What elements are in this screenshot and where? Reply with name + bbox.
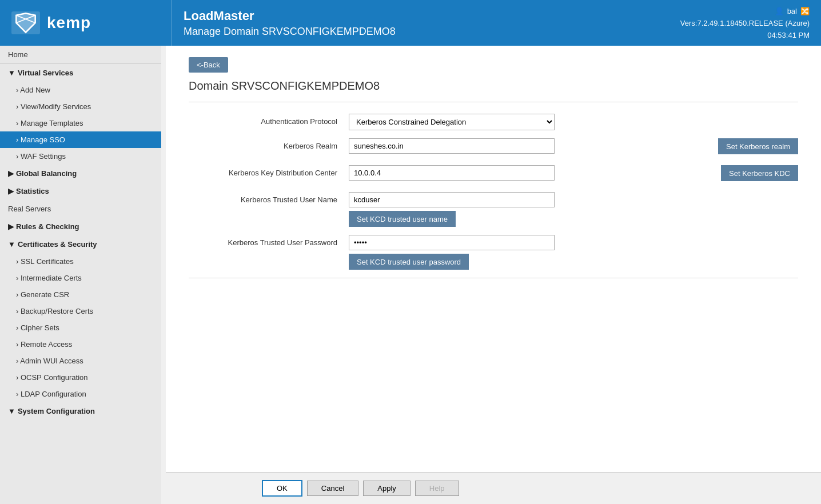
chevron-down-icon: ▼: [8, 240, 15, 249]
sidebar-item-intermediate-certs[interactable]: › Intermediate Certs: [0, 270, 161, 286]
domain-title: Domain SRVSCONFIGKEMPDEMO8: [189, 79, 798, 93]
logo-area: kemp: [0, 0, 172, 46]
header-right: 👤 bal 🔀 Vers:7.2.49.1.18450.RELEASE (Azu…: [669, 0, 821, 46]
chevron-down-icon: ▼: [8, 69, 15, 77]
sidebar-item-home[interactable]: Home: [0, 46, 161, 64]
username: bal: [787, 7, 797, 15]
sidebar-item-manage-templates[interactable]: › Manage Templates: [0, 115, 161, 131]
kerberos-pass-input[interactable]: [349, 235, 555, 250]
section-divider-top: [189, 102, 798, 102]
bottom-bar: OK Cancel Apply Help: [166, 472, 821, 504]
kerberos-realm-row: Kerberos Realm Set Kerberos realm: [189, 138, 798, 157]
sidebar-item-ssl-certs[interactable]: › SSL Certificates: [0, 253, 161, 270]
sidebar-item-backup-restore-certs[interactable]: › Backup/Restore Certs: [0, 303, 161, 319]
kerberos-pass-label: Kerberos Trusted User Password: [189, 235, 349, 247]
section-label: System Configuration: [18, 407, 95, 415]
page-subtitle: Manage Domain SRVSCONFIGKEMPDEMO8: [184, 26, 669, 38]
sidebar-item-generate-csr[interactable]: › Generate CSR: [0, 286, 161, 303]
sidebar-section-system-config[interactable]: ▼ System Configuration: [0, 402, 161, 420]
chevron-right-icon: ▶: [8, 187, 14, 195]
chevron-right-icon: ▶: [8, 222, 14, 231]
user-icon: 👤: [775, 7, 784, 15]
sidebar-item-manage-sso[interactable]: › Manage SSO: [0, 131, 161, 148]
kerberos-realm-label: Kerberos Realm: [189, 138, 349, 150]
header-main: LoadMaster Manage Domain SRVSCONFIGKEMPD…: [172, 0, 669, 46]
section-label: Rules & Checking: [16, 222, 79, 231]
kerberos-pass-row: Kerberos Trusted User Password Set KCD t…: [189, 235, 798, 270]
kerberos-user-control: Set KCD trusted user name: [349, 192, 798, 227]
header: kemp LoadMaster Manage Domain SRVSCONFIG…: [0, 0, 821, 46]
auth-protocol-control: Kerberos Constrained Delegation SAML NTL…: [349, 114, 798, 130]
sidebar-section-global-balancing[interactable]: ▶ Global Balancing: [0, 165, 161, 182]
kerberos-user-label: Kerberos Trusted User Name: [189, 192, 349, 204]
apply-button[interactable]: Apply: [363, 481, 410, 496]
sidebar-section-rules-checking[interactable]: ▶ Rules & Checking: [0, 218, 161, 235]
kerberos-kdc-input[interactable]: [349, 165, 555, 181]
set-kerberos-realm-button[interactable]: Set Kerberos realm: [718, 138, 798, 154]
sidebar-item-ldap-config[interactable]: › LDAP Configuration: [0, 386, 161, 402]
section-divider-bottom: [189, 278, 798, 278]
main: <-Back Domain SRVSCONFIGKEMPDEMO8 Authen…: [166, 46, 821, 504]
user-info: 👤 bal 🔀: [775, 7, 810, 15]
sidebar-item-remote-access[interactable]: › Remote Access: [0, 336, 161, 353]
section-label: Statistics: [16, 187, 49, 195]
time-display: 04:53:41 PM: [767, 31, 810, 39]
sidebar-item-view-modify[interactable]: › View/Modify Services: [0, 98, 161, 115]
nav-icon: 🔀: [800, 7, 810, 15]
sidebar-item-add-new[interactable]: › Add New: [0, 82, 161, 98]
section-label: Certificates & Security: [18, 240, 97, 249]
auth-protocol-row: Authentication Protocol Kerberos Constra…: [189, 114, 798, 130]
sidebar-section-certs-security[interactable]: ▼ Certificates & Security: [0, 235, 161, 253]
app-title: LoadMaster: [184, 9, 669, 23]
sidebar-item-waf-settings[interactable]: › WAF Settings: [0, 148, 161, 165]
cancel-button[interactable]: Cancel: [307, 481, 358, 496]
auth-protocol-select[interactable]: Kerberos Constrained Delegation SAML NTL…: [349, 114, 555, 130]
set-kerberos-kdc-button[interactable]: Set Kerberos KDC: [721, 165, 798, 181]
auth-protocol-label: Authentication Protocol: [189, 114, 349, 126]
version-info: Vers:7.2.49.1.18450.RELEASE (Azure): [680, 19, 810, 27]
ok-button[interactable]: OK: [262, 480, 302, 497]
set-kcd-pass-button[interactable]: Set KCD trusted user password: [349, 254, 469, 270]
chevron-down-icon: ▼: [8, 407, 15, 415]
sidebar-item-ocsp-config[interactable]: › OCSP Configuration: [0, 369, 161, 386]
kerberos-kdc-row: Kerberos Key Distribution Center Set Ker…: [189, 165, 798, 184]
kerberos-kdc-label: Kerberos Key Distribution Center: [189, 165, 349, 177]
sidebar-section-statistics[interactable]: ▶ Statistics: [0, 182, 161, 200]
kerberos-realm-input[interactable]: [349, 138, 555, 154]
set-kcd-user-button[interactable]: Set KCD trusted user name: [349, 211, 456, 227]
kemp-logo-icon: [11, 11, 40, 34]
sidebar-item-admin-wui[interactable]: › Admin WUI Access: [0, 353, 161, 369]
kerberos-kdc-control: [349, 165, 715, 184]
chevron-right-icon: ▶: [8, 169, 14, 178]
sidebar-item-cipher-sets[interactable]: › Cipher Sets: [0, 319, 161, 336]
sidebar-section-virtual-services[interactable]: ▼ Virtual Services: [0, 64, 161, 82]
section-label: Global Balancing: [16, 169, 77, 178]
section-label: Virtual Services: [18, 69, 73, 77]
body: Home ▼ Virtual Services › Add New › View…: [0, 46, 821, 504]
kerberos-realm-control: [349, 138, 712, 157]
logo-text: kemp: [47, 14, 91, 32]
sidebar-item-real-servers[interactable]: Real Servers: [0, 200, 161, 218]
kerberos-pass-control: Set KCD trusted user password: [349, 235, 798, 270]
kerberos-user-row: Kerberos Trusted User Name Set KCD trust…: [189, 192, 798, 227]
content-area: <-Back Domain SRVSCONFIGKEMPDEMO8 Authen…: [166, 46, 821, 472]
sidebar-scroll[interactable]: Home ▼ Virtual Services › Add New › View…: [0, 46, 161, 504]
kerberos-user-input[interactable]: [349, 192, 555, 207]
back-button[interactable]: <-Back: [189, 57, 228, 73]
sidebar: Home ▼ Virtual Services › Add New › View…: [0, 46, 166, 504]
help-button[interactable]: Help: [415, 481, 459, 496]
